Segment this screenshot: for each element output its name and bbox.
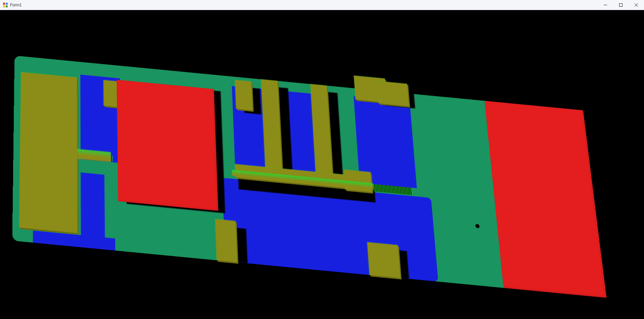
- svg-rect-0: [3, 3, 5, 5]
- minimize-button[interactable]: [598, 0, 613, 10]
- window-controls: [598, 0, 644, 10]
- app-icon: [3, 2, 8, 8]
- svg-rect-1: [6, 3, 8, 5]
- raised-component: [103, 80, 117, 107]
- recess-region: [81, 173, 105, 243]
- chip-left: [117, 80, 218, 211]
- maximize-button[interactable]: [613, 0, 629, 10]
- close-button[interactable]: [629, 0, 644, 10]
- raised-component: [377, 81, 409, 106]
- chip-right: [484, 101, 606, 298]
- raised-component: [215, 219, 238, 262]
- raised-component: [19, 72, 77, 233]
- window-title: Form1: [10, 3, 22, 7]
- raised-component: [235, 80, 253, 110]
- svg-rect-5: [619, 4, 622, 7]
- scene-root: [12, 31, 551, 319]
- svg-rect-2: [3, 5, 5, 7]
- raised-component: [367, 242, 400, 278]
- svg-rect-3: [6, 5, 8, 7]
- title-bar: Form1: [0, 0, 644, 10]
- viewport-3d[interactable]: [0, 10, 644, 319]
